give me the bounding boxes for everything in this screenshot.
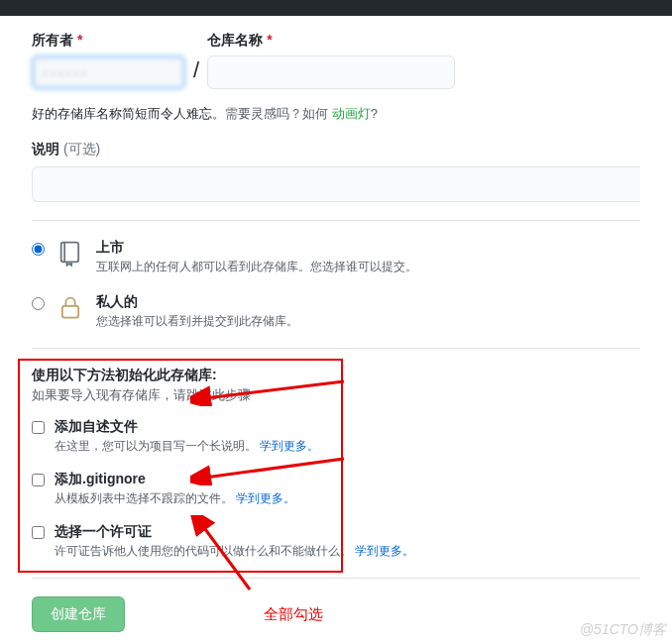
- license-title: 选择一个许可证: [55, 523, 414, 541]
- watermark: @51CTO博客: [580, 621, 666, 639]
- readme-title: 添加自述文件: [55, 418, 319, 436]
- divider: [32, 348, 640, 349]
- annotation-text: 全部勾选: [264, 605, 323, 624]
- license-sub: 许可证告诉他人使用您的代码可以做什么和不能做什么。 学到更多。: [55, 543, 414, 560]
- repo-name-input[interactable]: [207, 55, 455, 89]
- path-slash: /: [193, 57, 199, 89]
- svg-rect-2: [62, 306, 78, 318]
- public-radio[interactable]: [32, 243, 45, 256]
- repo-icon: [56, 239, 84, 267]
- top-bar: [0, 0, 672, 16]
- repo-label: 仓库名称*: [207, 32, 455, 50]
- svg-rect-0: [61, 243, 78, 263]
- learn-more-link[interactable]: 学到更多。: [236, 491, 295, 505]
- private-radio[interactable]: [32, 297, 45, 310]
- gitignore-title: 添加.gitignore: [55, 471, 295, 488]
- divider: [32, 220, 640, 221]
- description-label: 说明 (可选): [32, 141, 640, 159]
- suggestion-link[interactable]: 动画灯: [332, 106, 371, 121]
- owner-label: 所有者*: [32, 32, 185, 50]
- lock-icon: [56, 293, 84, 321]
- create-repo-button[interactable]: 创建仓库: [32, 596, 125, 632]
- init-title: 使用以下方法初始化此存储库:: [32, 367, 640, 384]
- private-title: 私人的: [96, 293, 298, 311]
- repo-name-hint: 好的存储库名称简短而令人难忘。需要灵感吗？如何 动画灯?: [32, 105, 640, 123]
- readme-checkbox[interactable]: [32, 421, 45, 434]
- public-title: 上市: [96, 239, 417, 257]
- divider: [32, 578, 640, 579]
- readme-sub: 在这里，您可以为项目写一个长说明。 学到更多。: [55, 438, 319, 455]
- public-sub: 互联网上的任何人都可以看到此存储库。您选择谁可以提交。: [96, 259, 417, 275]
- license-checkbox[interactable]: [32, 526, 45, 539]
- gitignore-checkbox[interactable]: [32, 474, 45, 486]
- gitignore-sub: 从模板列表中选择不跟踪的文件。 学到更多。: [55, 490, 295, 507]
- learn-more-link[interactable]: 学到更多。: [260, 439, 319, 453]
- owner-select[interactable]: · · · · · ·: [32, 55, 185, 89]
- learn-more-link[interactable]: 学到更多。: [355, 544, 414, 558]
- description-input[interactable]: [32, 166, 640, 202]
- init-hint: 如果要导入现有存储库，请跳过此步骤: [32, 386, 640, 404]
- private-sub: 您选择谁可以看到并提交到此存储库。: [96, 313, 298, 330]
